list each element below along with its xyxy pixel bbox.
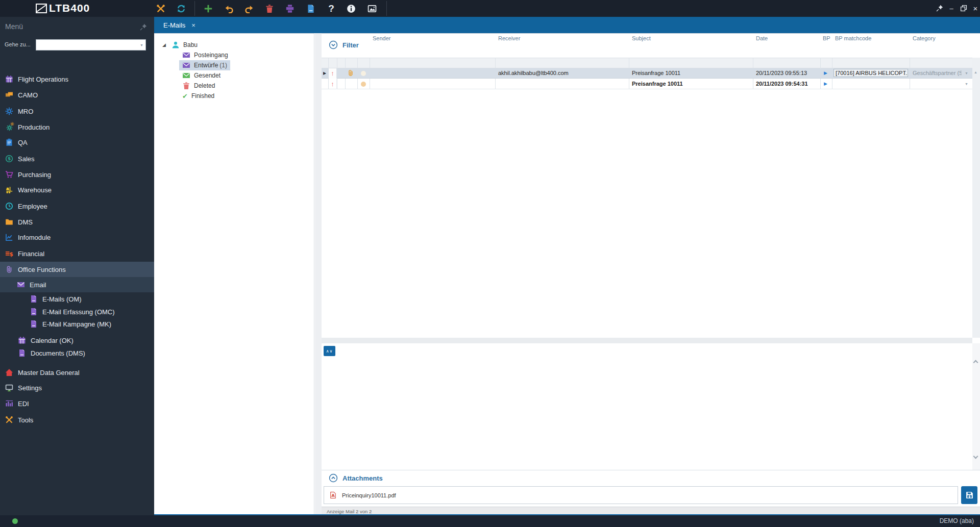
gear-icon — [5, 107, 13, 115]
refresh-button[interactable] — [175, 3, 188, 14]
tree-folder-posteingang[interactable]: Posteingang — [179, 50, 231, 60]
sidebar-item-documents-dms[interactable]: Documents (DMS) — [0, 345, 154, 361]
undo-button[interactable] — [222, 3, 235, 14]
sent-arrow-icon: ↑ — [329, 68, 337, 79]
save-attachment-button[interactable] — [961, 486, 977, 504]
tab-close-icon[interactable]: × — [191, 22, 195, 29]
sidebar-item-email-kampagne-mk[interactable]: E-Mail Kampagne (MK) — [0, 316, 154, 332]
bp-link-icon[interactable]: ▶ — [824, 82, 827, 86]
chevrons-icon: ∧∨ — [326, 349, 333, 354]
tree-folder-gesendet[interactable]: Gesendet — [179, 70, 224, 81]
sidebar-item-infomodule[interactable]: Infomodule — [0, 230, 154, 245]
refresh-icon — [177, 4, 186, 13]
attachment-file-name[interactable]: Priceinquiry10011.pdf — [342, 492, 396, 498]
cell-category[interactable]: Geschäftspartner (S — [913, 70, 962, 76]
sidebar-item-master-data-general[interactable]: Master Data General — [0, 365, 154, 380]
sidebar-item-employee[interactable]: Employee — [0, 198, 154, 214]
tree-folder-finished[interactable]: ✔ Finished — [179, 91, 217, 101]
category-dropdown-icon[interactable]: ▼ — [965, 82, 968, 86]
tree-folder-entwuerfe[interactable]: Entwürfe(1) — [179, 60, 230, 70]
new-document-button[interactable] — [304, 3, 317, 14]
goto-label: Gehe zu... — [5, 41, 31, 47]
delete-button[interactable] — [263, 3, 276, 14]
tree-folder-label: Deleted — [194, 82, 215, 89]
attachment-list: A Priceinquiry10011.pdf — [324, 486, 958, 504]
goto-input[interactable]: ▼ — [36, 39, 146, 51]
tree-folder-deleted[interactable]: Deleted — [179, 81, 218, 91]
redo-icon — [245, 4, 254, 13]
column-header-category[interactable]: Category — [913, 35, 936, 41]
print-button[interactable] — [283, 3, 297, 14]
tab-emails[interactable]: E-Mails × — [158, 17, 201, 33]
close-window-button[interactable]: × — [970, 4, 980, 13]
filter-section-header[interactable]: Filter — [329, 40, 359, 49]
mail-row-1[interactable]: ▶ ↑ akhil.akhilbabu@ltb400.com Preisanfr… — [322, 68, 972, 79]
sidebar-item-camo[interactable]: CAMO — [0, 87, 154, 103]
goto-row: Gehe zu... ▼ — [0, 39, 154, 51]
tree-expander-icon[interactable]: ◢ — [162, 42, 166, 47]
file-icon — [30, 320, 38, 328]
preview-scrollbar[interactable] — [972, 343, 980, 470]
restore-button[interactable] — [959, 4, 969, 13]
sidebar-item-label: DMS — [18, 218, 33, 226]
sidebar-item-mro[interactable]: MRO — [0, 104, 154, 119]
sidebar-item-flight-operations[interactable]: Flight Operations — [0, 71, 154, 87]
printer-icon — [285, 4, 295, 13]
cell-bp-matchcode[interactable]: [70016] AIRBUS HELICOPT... — [834, 69, 908, 77]
add-button[interactable] — [202, 3, 215, 14]
column-header-date[interactable]: Date — [756, 35, 768, 41]
menu-pin-button[interactable] — [140, 23, 147, 31]
category-dropdown-icon[interactable]: ▼ — [965, 71, 968, 75]
pin-window-button[interactable] — [935, 4, 945, 13]
column-header-bp-matchcode[interactable]: BP matchcode — [835, 35, 871, 41]
file-icon — [30, 308, 38, 316]
preview-splitter[interactable] — [322, 338, 972, 343]
mail-list-scrollbar[interactable]: ▲ — [972, 58, 980, 338]
bp-link-icon[interactable]: ▶ — [824, 71, 827, 76]
scroll-down-icon[interactable] — [973, 454, 978, 459]
chevron-circle-up-icon[interactable] — [329, 473, 338, 483]
help-button[interactable]: ? — [325, 3, 338, 14]
column-header-bp[interactable]: BP — [823, 35, 830, 41]
clipboard-icon — [5, 138, 13, 146]
trash-icon — [265, 4, 274, 13]
sidebar-item-warehouse[interactable]: Warehouse — [0, 182, 154, 197]
sidebar-item-office-functions[interactable]: Office Functions — [0, 262, 154, 277]
sidebar-item-edi[interactable]: EDI — [0, 396, 154, 411]
image-button[interactable] — [365, 3, 379, 14]
attachments-divider — [322, 470, 980, 470]
panel-splitter[interactable] — [315, 33, 322, 515]
redo-button[interactable] — [243, 3, 256, 14]
user-icon — [172, 41, 180, 49]
sidebar-item-email[interactable]: Email — [0, 277, 154, 292]
preview-toggle-button[interactable]: ∧∨ — [324, 346, 335, 356]
sidebar-item-sales[interactable]: Sales — [0, 151, 154, 166]
sent-arrow-icon: ↑ — [329, 79, 337, 89]
sidebar-item-dms[interactable]: DMS — [0, 214, 154, 230]
sidebar-item-label: Settings — [18, 384, 42, 392]
sidebar-item-qa[interactable]: QA — [0, 135, 154, 150]
sidebar-item-tools[interactable]: Tools — [0, 412, 154, 428]
sidebar-item-financial[interactable]: Financial — [0, 246, 154, 261]
tools-button[interactable] — [154, 3, 167, 14]
column-header-receiver[interactable]: Receiver — [498, 35, 520, 41]
file-icon — [18, 349, 26, 357]
scroll-up-icon[interactable]: ▲ — [974, 70, 977, 74]
cell-subject: Preisanfrage 10011 — [632, 81, 683, 87]
mail-row-2[interactable]: ↑ Preisanfrage 10011 20/11/2023 09:54:31… — [322, 79, 972, 89]
sidebar-item-production[interactable]: Production — [0, 119, 154, 135]
sidebar-item-settings[interactable]: Settings — [0, 380, 154, 395]
row-indicator-icon: ▶ — [323, 71, 326, 76]
chevron-circle-down-icon[interactable] — [329, 40, 338, 49]
column-header-subject[interactable]: Subject — [632, 35, 651, 41]
scroll-up-icon[interactable] — [973, 360, 978, 365]
info-button[interactable] — [345, 3, 358, 14]
tree-root-babu[interactable]: Babu — [168, 40, 201, 50]
minimize-button[interactable]: – — [946, 4, 957, 13]
column-header-sender[interactable]: Sender — [373, 35, 390, 41]
status-dot — [361, 71, 366, 76]
sidebar-item-label: Email — [30, 281, 46, 289]
attachments-section-header[interactable]: Attachments — [329, 473, 383, 483]
sidebar-item-purchasing[interactable]: Purchasing — [0, 167, 154, 182]
envelope-icon — [17, 281, 25, 289]
